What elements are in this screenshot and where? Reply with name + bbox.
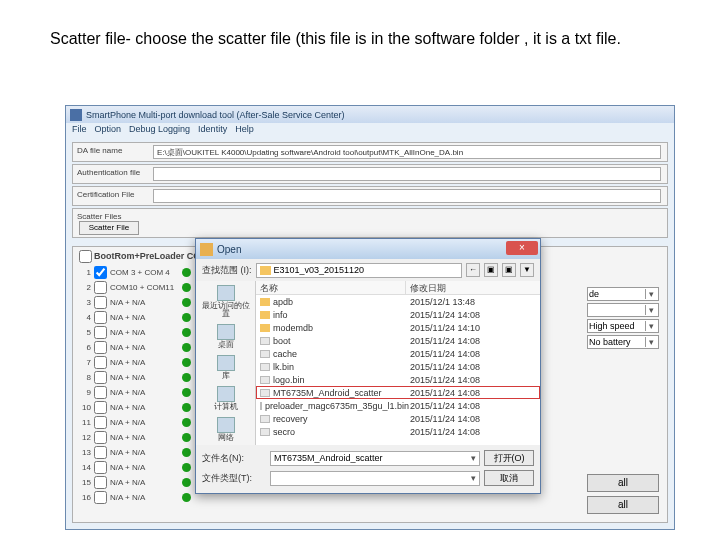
lookin-label: 查找范围 (I): (202, 264, 252, 277)
file-date: 2015/11/24 14:08 (406, 334, 540, 347)
file-icon (260, 389, 270, 397)
menu-option[interactable]: Option (95, 124, 122, 136)
place-item[interactable]: 网络 (217, 417, 235, 442)
nav-up-button[interactable]: ▣ (484, 263, 498, 277)
da-panel: DA file name E:\桌面\OUKITEL K4000\Updatin… (72, 142, 668, 162)
scatter-file-button[interactable]: Scatter File (79, 221, 139, 235)
port-checkbox[interactable] (94, 461, 107, 474)
side-options: de▾ ▾ High speed▾ No battery▾ (587, 287, 659, 351)
port-label: N/A + N/A (110, 298, 180, 307)
filetype-select[interactable]: ▾ (270, 471, 480, 486)
nav-back-button[interactable]: ← (466, 263, 480, 277)
cert-panel: Certification File (72, 186, 668, 206)
file-row[interactable]: apdb2015/12/1 13:48 (256, 295, 540, 308)
cancel-button[interactable]: 取消 (484, 470, 534, 486)
auth-path-input[interactable] (153, 167, 661, 181)
app-icon (70, 109, 82, 121)
port-checkbox[interactable] (94, 491, 107, 504)
place-label: 最近访问的位置 (198, 302, 253, 318)
port-checkbox[interactable] (94, 386, 107, 399)
da-path-input[interactable]: E:\桌面\OUKITEL K4000\Updating software\An… (153, 145, 661, 159)
port-checkbox[interactable] (94, 266, 107, 279)
port-label: N/A + N/A (110, 358, 180, 367)
scatter-group-label: Scatter Files (77, 212, 121, 221)
file-name: modemdb (273, 323, 313, 333)
nav-view-button[interactable]: ▼ (520, 263, 534, 277)
bootrom-check[interactable] (79, 250, 92, 263)
port-checkbox[interactable] (94, 296, 107, 309)
col-date[interactable]: 修改日期 (406, 281, 540, 294)
place-item[interactable]: 桌面 (217, 324, 235, 349)
all-button-2[interactable]: all (587, 496, 659, 514)
file-name: cache (273, 349, 297, 359)
port-label: COM 3 + COM 4 (110, 268, 180, 277)
port-label: N/A + N/A (110, 313, 180, 322)
filename-label: 文件名(N): (202, 452, 266, 465)
place-item[interactable]: 最近访问的位置 (198, 285, 253, 318)
port-checkbox[interactable] (94, 281, 107, 294)
place-item[interactable]: 计算机 (214, 386, 238, 411)
port-checkbox[interactable] (94, 401, 107, 414)
port-checkbox[interactable] (94, 476, 107, 489)
port-row: 3N/A + N/A (77, 295, 191, 310)
menu-identity[interactable]: Identity (198, 124, 227, 136)
port-checkbox[interactable] (94, 431, 107, 444)
close-button[interactable]: × (506, 241, 538, 255)
folder-icon (260, 298, 270, 306)
file-row[interactable]: info2015/11/24 14:08 (256, 308, 540, 321)
file-row[interactable]: modemdb2015/11/24 14:10 (256, 321, 540, 334)
de-select[interactable]: de▾ (587, 287, 659, 301)
file-row[interactable]: logo.bin2015/11/24 14:08 (256, 373, 540, 386)
file-date: 2015/11/24 14:08 (406, 386, 540, 399)
status-dot-icon (182, 403, 191, 412)
file-row[interactable]: preloader_magc6735m_35gu_l1.bin2015/11/2… (256, 399, 540, 412)
menu-debug[interactable]: Debug Logging (129, 124, 190, 136)
empty-select[interactable]: ▾ (587, 303, 659, 317)
status-dot-icon (182, 358, 191, 367)
status-dot-icon (182, 448, 191, 457)
file-name: logo.bin (273, 375, 305, 385)
chevron-down-icon: ▾ (645, 321, 657, 331)
cert-path-input[interactable] (153, 189, 661, 203)
bootrom-label: BootRom+PreLoader COM (94, 251, 208, 261)
place-icon (217, 324, 235, 340)
lookin-row: 查找范围 (I): E3101_v03_20151120 ← ▣ ▣ ▼ (196, 259, 540, 281)
auth-label: Authentication file (77, 168, 140, 177)
filename-input[interactable]: MT6735M_Android_scatter▾ (270, 451, 480, 466)
port-num: 16 (77, 493, 91, 502)
file-row[interactable]: boot2015/11/24 14:08 (256, 334, 540, 347)
all-button-1[interactable]: all (587, 474, 659, 492)
open-button[interactable]: 打开(O) (484, 450, 534, 466)
chevron-down-icon: ▾ (471, 473, 476, 483)
file-row[interactable]: cache2015/11/24 14:08 (256, 347, 540, 360)
file-row[interactable]: recovery2015/11/24 14:08 (256, 412, 540, 425)
folder-icon (260, 266, 271, 275)
port-checkbox[interactable] (94, 326, 107, 339)
port-label: N/A + N/A (110, 343, 180, 352)
file-row[interactable]: MT6735M_Android_scatter2015/11/24 14:08 (256, 386, 540, 399)
speed-select[interactable]: High speed▾ (587, 319, 659, 333)
bootrom-checkbox[interactable]: BootRom+PreLoader COM (79, 250, 208, 263)
battery-select[interactable]: No battery▾ (587, 335, 659, 349)
port-checkbox[interactable] (94, 446, 107, 459)
port-checkbox[interactable] (94, 311, 107, 324)
place-item[interactable]: 库 (217, 355, 235, 380)
file-row[interactable]: secro2015/11/24 14:08 (256, 425, 540, 438)
port-checkbox[interactable] (94, 341, 107, 354)
port-label: N/A + N/A (110, 433, 180, 442)
port-checkbox[interactable] (94, 371, 107, 384)
file-row[interactable]: lk.bin2015/11/24 14:08 (256, 360, 540, 373)
port-label: N/A + N/A (110, 403, 180, 412)
place-icon (217, 285, 235, 301)
nav-new-button[interactable]: ▣ (502, 263, 516, 277)
folder-select[interactable]: E3101_v03_20151120 (256, 263, 463, 278)
port-checkbox[interactable] (94, 356, 107, 369)
port-label: N/A + N/A (110, 493, 180, 502)
port-row: 9N/A + N/A (77, 385, 191, 400)
port-checkbox[interactable] (94, 416, 107, 429)
col-name[interactable]: 名称 (256, 281, 406, 294)
menu-help[interactable]: Help (235, 124, 254, 136)
menu-file[interactable]: File (72, 124, 87, 136)
port-label: N/A + N/A (110, 463, 180, 472)
place-icon (217, 386, 235, 402)
